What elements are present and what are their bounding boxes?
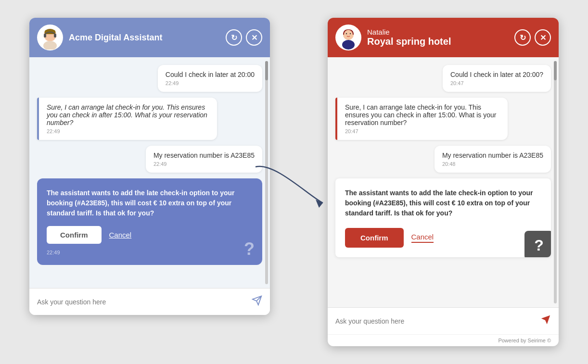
right-scroll-thumb[interactable] bbox=[554, 61, 557, 80]
message-time: 20:48 bbox=[442, 161, 543, 167]
message-time: 22:49 bbox=[166, 80, 255, 86]
left-confirm-button[interactable]: Confirm bbox=[47, 226, 102, 244]
right-input-area bbox=[328, 307, 559, 334]
list-item: Could I check in later at 20:00 22:49 bbox=[158, 65, 262, 92]
action-card-buttons: Confirm Cancel bbox=[47, 226, 253, 244]
right-messages-area: Could I check in later at 20:00? 20:47 S… bbox=[328, 57, 559, 307]
svg-marker-13 bbox=[541, 315, 550, 324]
message-time: 20:47 bbox=[450, 80, 543, 86]
right-cancel-button[interactable]: Cancel bbox=[411, 233, 434, 243]
left-send-button[interactable] bbox=[252, 295, 262, 308]
right-header-icons: ↻ ✕ bbox=[514, 29, 551, 46]
scroll-indicator[interactable] bbox=[265, 61, 268, 284]
right-chat-header: Natalie Royal spring hotel ↻ ✕ bbox=[328, 18, 559, 57]
left-chat-input[interactable] bbox=[37, 298, 247, 306]
action-card: The assistant wants to add the late chec… bbox=[37, 178, 262, 265]
list-item: Sure, I can arrange lat check-in for you… bbox=[37, 98, 217, 140]
list-item: My reservation number is A23E85 20:48 bbox=[435, 146, 551, 173]
svg-point-11 bbox=[346, 33, 347, 34]
right-chat-widget: Natalie Royal spring hotel ↻ ✕ Could I c… bbox=[328, 18, 559, 346]
list-item: Could I check in later at 20:00? 20:47 bbox=[443, 65, 551, 92]
left-header-icons: ↻ ✕ bbox=[226, 29, 262, 46]
svg-point-9 bbox=[342, 40, 355, 50]
avatar bbox=[335, 25, 361, 50]
right-header-name: Natalie bbox=[367, 28, 509, 36]
powered-by-text: Powered by Seirime © bbox=[498, 338, 551, 343]
list-item: Sure, I can arrange late check-in for yo… bbox=[335, 98, 508, 140]
right-close-button[interactable]: ✕ bbox=[535, 29, 551, 46]
right-action-card-buttons: Confirm Cancel bbox=[345, 228, 541, 248]
message-text: My reservation number is A23E85 bbox=[442, 151, 543, 159]
svg-marker-7 bbox=[316, 200, 323, 208]
svg-point-10 bbox=[344, 30, 353, 38]
left-cancel-button[interactable]: Cancel bbox=[109, 231, 132, 239]
right-action-card: The assistant wants to add the late chec… bbox=[335, 178, 551, 257]
left-refresh-button[interactable]: ↻ bbox=[226, 29, 242, 46]
svg-rect-4 bbox=[54, 34, 56, 38]
right-confirm-button[interactable]: Confirm bbox=[345, 228, 404, 248]
right-send-button[interactable] bbox=[540, 314, 551, 327]
message-text: Could I check in later at 20:00 bbox=[166, 71, 255, 78]
right-chat-input[interactable] bbox=[335, 317, 536, 325]
left-chat-widget: Acme Digital Assistant ↻ ✕ Could I check… bbox=[29, 18, 270, 315]
right-refresh-button[interactable]: ↻ bbox=[514, 29, 531, 46]
powered-by-footer: Powered by Seirime © bbox=[328, 334, 559, 346]
help-icon: ? bbox=[244, 239, 255, 259]
right-help-icon: ? bbox=[524, 231, 551, 257]
svg-point-12 bbox=[350, 33, 351, 34]
message-text: Could I check in later at 20:00? bbox=[450, 71, 543, 78]
left-close-button[interactable]: ✕ bbox=[246, 29, 262, 46]
message-text: My reservation number is A23E85 bbox=[153, 151, 255, 159]
message-time: 20:47 bbox=[345, 128, 500, 134]
action-card-time: 22:49 bbox=[47, 250, 253, 255]
right-scroll-indicator[interactable] bbox=[554, 61, 557, 303]
left-header-title: Acme Digital Assistant bbox=[69, 33, 220, 43]
left-messages-area: Could I check in later at 20:00 22:49 Su… bbox=[29, 57, 270, 288]
svg-rect-3 bbox=[44, 34, 46, 38]
right-action-card-text: The assistant wants to add the late chec… bbox=[345, 188, 541, 218]
action-card-text: The assistant wants to add the late chec… bbox=[47, 188, 253, 218]
avatar bbox=[37, 25, 63, 50]
message-text: Sure, I can arrange lat check-in for you… bbox=[47, 103, 209, 126]
left-input-area bbox=[29, 288, 270, 315]
message-time: 22:49 bbox=[47, 128, 209, 134]
svg-point-1 bbox=[43, 41, 57, 50]
scroll-thumb[interactable] bbox=[265, 61, 268, 80]
left-chat-header: Acme Digital Assistant ↻ ✕ bbox=[29, 18, 270, 57]
message-time: 22:49 bbox=[153, 161, 255, 167]
right-header-hotel: Royal spring hotel bbox=[367, 36, 509, 47]
list-item: My reservation number is A23E85 22:49 bbox=[146, 146, 262, 173]
right-header-title-wrap: Natalie Royal spring hotel bbox=[367, 28, 509, 47]
message-text: Sure, I can arrange late check-in for yo… bbox=[345, 103, 500, 126]
